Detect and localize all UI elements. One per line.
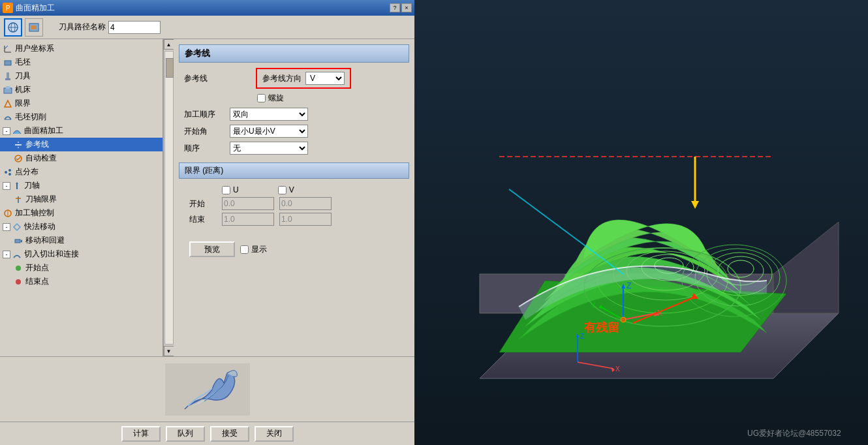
sidebar-item-refline[interactable]: 参考线 — [0, 138, 163, 151]
sidebar-label-axiscontrol: 加工轴控制 — [15, 207, 54, 219]
process-order-select[interactable]: 双向 单向 — [230, 108, 308, 121]
toolbar-icon-2[interactable] — [25, 18, 43, 37]
process-order-label: 加工顺序 — [184, 109, 230, 120]
refline-group: 参考线 参考线方向 V U — [179, 68, 409, 89]
sidebar-item-axislimit[interactable]: 刀轴限界 — [0, 192, 163, 206]
calc-button[interactable]: 计算 — [121, 426, 161, 442]
sidebar-item-axis[interactable]: - 刀轴 — [0, 179, 163, 192]
scroll-down-btn[interactable]: ▼ — [164, 346, 174, 356]
ref-direction-select[interactable]: V U — [305, 72, 345, 85]
sidebar-item-blank[interactable]: 毛坯 — [0, 55, 163, 69]
sidebar-item-surface-finish[interactable]: - 曲面精加工 — [0, 124, 163, 138]
sidebar-label-startpt: 开始点 — [25, 262, 49, 273]
spiral-checkbox[interactable] — [257, 94, 266, 102]
accept-button[interactable]: 接受 — [210, 426, 249, 442]
title-controls: ? × — [390, 3, 412, 12]
app-icon: P — [3, 3, 13, 13]
close-button[interactable]: × — [401, 3, 412, 12]
start-row: 开始 — [189, 197, 399, 210]
moveavoid-icon — [13, 236, 23, 246]
path-name-label: 刀具路径名称 — [59, 22, 106, 33]
queue-button[interactable]: 队列 — [166, 426, 205, 442]
close-button[interactable]: 关闭 — [255, 426, 294, 442]
svg-point-62 — [621, 317, 626, 322]
order-select[interactable]: 无 顺序 — [230, 142, 308, 155]
window-title: 曲面精加工 — [16, 3, 55, 14]
svg-rect-8 — [5, 61, 11, 65]
sidebar-item-coordinate[interactable]: 用户坐标系 — [0, 42, 163, 55]
left-panel: P 曲面精加工 ? × 刀具路径名称 — [0, 0, 414, 445]
toolbar: 刀具路径名称 — [0, 16, 414, 39]
limits-header: 限界 (距离) — [179, 162, 409, 179]
u-start-input[interactable] — [222, 197, 274, 210]
sidebar-label-tool: 刀具 — [15, 70, 31, 82]
title-bar-left: P 曲面精加工 — [3, 3, 55, 14]
u-end-input[interactable] — [222, 213, 274, 226]
u-checkbox[interactable] — [222, 186, 230, 194]
bottom-bar: 计算 队列 接受 关闭 — [0, 422, 414, 445]
expand-fastmove[interactable]: - — [3, 223, 10, 231]
v-checkbox[interactable] — [278, 186, 287, 194]
sidebar-item-tool[interactable]: 刀具 — [0, 69, 163, 83]
sidebar-label-endpt: 结束点 — [25, 276, 49, 287]
sidebar-item-axiscontrol[interactable]: 加工轴控制 — [0, 206, 163, 220]
svg-rect-28 — [15, 239, 20, 243]
process-order-row: 加工顺序 双向 单向 — [179, 108, 409, 121]
startpt-icon — [13, 263, 23, 273]
sidebar-item-pointdist[interactable]: 点分布 — [0, 165, 163, 179]
refline-direction-box: 参考线方向 V U — [256, 68, 351, 89]
coordinate-icon — [3, 44, 13, 54]
toolbar-icon-1[interactable] — [4, 18, 22, 37]
v-end-input[interactable] — [279, 213, 332, 226]
sidebar-item-moveavoid[interactable]: 移动和回避 — [0, 234, 163, 247]
limits-grid: U V 开始 结束 — [179, 183, 409, 231]
scroll-thumb[interactable] — [166, 58, 174, 78]
start-angle-label: 开始角 — [184, 126, 230, 137]
preview-button[interactable]: 预览 — [189, 241, 235, 257]
machine-icon — [3, 85, 13, 95]
refline-group-label: 参考线 — [184, 73, 230, 84]
sidebar-label-coordinate: 用户坐标系 — [15, 43, 54, 54]
sidebar-wrapper: 用户坐标系 毛坯 刀具 — [0, 39, 174, 356]
tool-icon — [3, 71, 13, 82]
icon-preview-area — [0, 356, 414, 422]
sidebar-tree: 用户坐标系 毛坯 刀具 — [0, 39, 163, 356]
ref-direction-label: 参考线方向 — [262, 73, 302, 84]
help-button[interactable]: ? — [390, 3, 400, 12]
sidebar-item-cutconnect[interactable]: - 切入切出和连接 — [0, 247, 163, 261]
sidebar-item-endpt[interactable]: 结束点 — [0, 275, 163, 288]
sidebar-item-autocheck[interactable]: 自动检查 — [0, 151, 163, 165]
scroll-up-btn[interactable]: ▲ — [164, 39, 174, 50]
sidebar-label-pointdist: 点分布 — [15, 166, 39, 177]
show-group: 显示 — [240, 244, 267, 255]
expand-axis[interactable]: - — [3, 182, 10, 190]
svg-rect-12 — [6, 86, 10, 89]
v-start-input[interactable] — [279, 197, 332, 210]
svg-text:Y: Y — [591, 301, 596, 310]
show-checkbox[interactable] — [240, 245, 249, 254]
sidebar-label-axis: 刀轴 — [24, 180, 40, 191]
expand-surface[interactable]: - — [3, 127, 10, 135]
sidebar-item-fastmove[interactable]: - 快法移动 — [0, 220, 163, 234]
sidebar-item-limit[interactable]: 限界 — [0, 97, 163, 110]
sidebar-label-autocheck: 自动检查 — [25, 153, 57, 164]
svg-point-31 — [16, 279, 21, 284]
start-angle-select[interactable]: 最小U最小V 最小U最大V 最大U最小V 最大U最大V — [230, 125, 308, 138]
cutconnect-icon — [12, 249, 22, 260]
surface-finish-icon — [12, 126, 22, 136]
svg-text:有残留: 有残留 — [583, 321, 619, 334]
expand-cutconnect[interactable]: - — [3, 251, 10, 258]
spiral-row: 螺旋 — [257, 93, 409, 104]
sidebar-item-roughcut[interactable]: 毛坯切削 — [0, 110, 163, 124]
svg-marker-27 — [14, 224, 20, 230]
tool-preview-svg — [165, 363, 250, 416]
start-angle-row: 开始角 最小U最小V 最小U最大V 最大U最小V 最大U最大V — [179, 125, 409, 138]
sidebar-label-axislimit: 刀轴限界 — [25, 194, 57, 205]
path-name-input[interactable] — [108, 21, 161, 34]
sidebar-item-machine[interactable]: 机床 — [0, 83, 163, 97]
svg-point-18 — [5, 171, 7, 174]
preview-row: 预览 显示 — [179, 236, 409, 262]
sidebar-item-startpt[interactable]: 开始点 — [0, 261, 163, 275]
svg-text:Z: Z — [627, 281, 631, 290]
svg-point-20 — [8, 173, 11, 176]
